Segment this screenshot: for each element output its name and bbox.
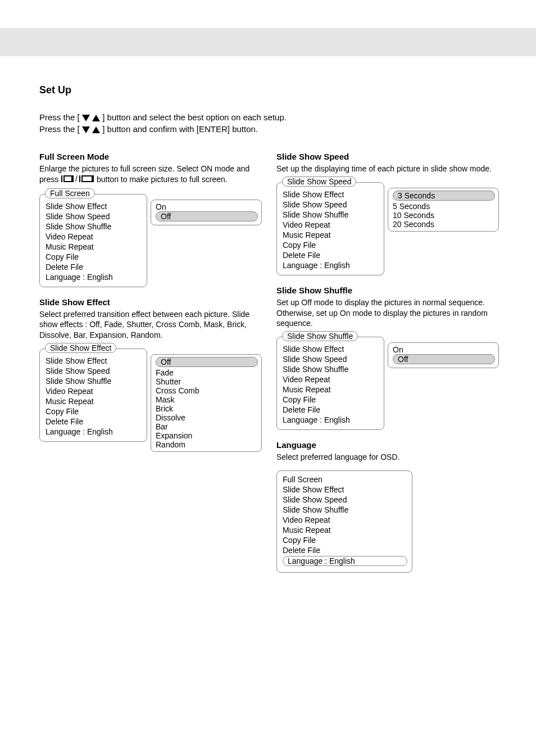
option-5s[interactable]: 5 Seconds (393, 202, 494, 211)
menu-list-wrap: Full Screen Slide Show Effect Slide Show… (39, 194, 147, 287)
menu-item[interactable]: Video Repeat (283, 515, 406, 525)
fullscreen-toggle-icon: / (61, 174, 94, 186)
option-random[interactable]: Random (156, 440, 257, 449)
menu-item[interactable]: Language : English (283, 260, 378, 270)
menu-item[interactable]: Slide Show Shuffle (46, 376, 141, 386)
menu-item[interactable]: Slide Show Speed (46, 366, 141, 376)
option-10s[interactable]: 10 Seconds (393, 211, 494, 220)
option-on[interactable]: On (156, 202, 257, 211)
option-off[interactable]: Off (156, 357, 257, 368)
menu-header-slide-effect: Slide Show Effect (45, 343, 116, 353)
menu-item[interactable]: Video Repeat (283, 374, 378, 384)
menu-item-language-selected[interactable]: Language : English (283, 555, 406, 568)
menu-item[interactable]: Delete File (283, 545, 406, 555)
up-triangle-icon (92, 126, 100, 133)
option-bar[interactable]: Bar (156, 422, 257, 431)
menu-list-wrap: Full Screen Slide Show Effect Slide Show… (276, 470, 412, 573)
section-title: Set Up (39, 84, 497, 96)
menu-item[interactable]: Slide Show Effect (283, 344, 378, 354)
option-3s[interactable]: 3 Seconds (393, 191, 494, 202)
speed-options: 3 Seconds 5 Seconds 10 Seconds 20 Second… (388, 188, 499, 232)
option-on-label: On (393, 345, 403, 354)
full-screen-body-suffix: button to make pictures to full screen. (97, 175, 228, 184)
effect-options: Off Fade Shutter Cross Comb Mask Brick D… (151, 354, 262, 452)
option-fade[interactable]: Fade (156, 368, 257, 377)
menu-item[interactable]: Video Repeat (283, 220, 378, 230)
svg-text:/: / (75, 174, 78, 183)
menu-item[interactable]: Language : English (283, 415, 378, 425)
option-on-label: On (156, 202, 166, 211)
menu-item[interactable]: Slide Show Shuffle (283, 505, 406, 515)
menu-item[interactable]: Slide Show Speed (283, 495, 406, 505)
option-label: 3 Seconds (393, 191, 495, 201)
page: Set Up Press the [ ] button and select t… (0, 0, 536, 756)
menu-item[interactable]: Music Repeat (283, 384, 378, 395)
on-off-options: On Off (388, 342, 499, 368)
option-on[interactable]: On (393, 345, 494, 354)
slide-speed-menu-figure: Slide Show Speed Slide Show Effect Slide… (276, 182, 497, 275)
menu-item[interactable]: Slide Show Shuffle (46, 221, 141, 232)
menu-list-wrap: Slide Show Speed Slide Show Effect Slide… (276, 182, 384, 275)
down-triangle-icon (82, 126, 90, 133)
option-off-label: Off (393, 354, 495, 364)
menu-header-slide-speed: Slide Show Speed (282, 176, 356, 187)
menu-item[interactable]: Slide Show Shuffle (283, 210, 378, 220)
menu-item[interactable]: Slide Show Effect (46, 356, 141, 366)
option-mask[interactable]: Mask (156, 395, 257, 404)
menu-item[interactable]: Music Repeat (46, 242, 141, 252)
option-off[interactable]: Off (156, 211, 257, 223)
menu-item[interactable]: Video Repeat (46, 232, 141, 242)
menu-item[interactable]: Delete File (283, 405, 378, 415)
two-column-layout: Full Screen Mode Enlarge the pictures to… (39, 143, 497, 583)
slide-shuffle-menu-figure: Slide Show Shuffle Slide Show Effect Sli… (276, 337, 497, 430)
menu-list: Slide Show Effect Slide Show Speed Slide… (39, 194, 147, 287)
menu-item[interactable]: Full Screen (283, 474, 406, 485)
slide-speed-body: Set up the displaying time of each pictu… (276, 164, 497, 174)
slide-shuffle-title: Slide Show Shuffle (276, 286, 497, 295)
menu-item[interactable]: Music Repeat (46, 396, 141, 406)
menu-item[interactable]: Delete File (46, 262, 141, 272)
left-column: Full Screen Mode Enlarge the pictures to… (39, 143, 260, 583)
svg-rect-1 (64, 176, 72, 182)
menu-item[interactable]: Music Repeat (283, 525, 406, 535)
option-dissolve[interactable]: Dissolve (156, 413, 257, 422)
menu-item[interactable]: Copy File (46, 406, 141, 417)
menu-header-full-screen: Full Screen (45, 188, 95, 198)
down-triangle-icon (82, 115, 90, 121)
menu-item[interactable]: Music Repeat (283, 230, 378, 240)
slide-shuffle-body: Set up Off mode to display the pictures … (276, 297, 497, 329)
option-cross-comb[interactable]: Cross Comb (156, 386, 257, 395)
option-expansion[interactable]: Expansion (156, 431, 257, 440)
menu-item[interactable]: Copy File (283, 240, 378, 250)
menu-item[interactable]: Delete File (283, 250, 378, 260)
menu-item[interactable]: Copy File (46, 252, 141, 262)
slide-speed-title: Slide Show Speed (276, 152, 497, 161)
menu-item[interactable]: Delete File (46, 417, 141, 427)
menu-item[interactable]: Slide Show Effect (46, 201, 141, 211)
intro-text: Press the [ ] button and select the best… (39, 101, 497, 135)
option-brick[interactable]: Brick (156, 404, 257, 413)
menu-item[interactable]: Slide Show Speed (46, 211, 141, 221)
menu-header-slide-shuffle: Slide Show Shuffle (282, 331, 358, 341)
intro-lines: Press the [ ] button and select the best… (39, 112, 287, 133)
menu-item[interactable]: Slide Show Effect (283, 485, 406, 495)
option-off[interactable]: Off (393, 354, 494, 365)
menu-list: Full Screen Slide Show Effect Slide Show… (276, 470, 412, 573)
menu-list-wrap: Slide Show Effect Slide Show Effect Slid… (39, 348, 147, 442)
option-off-label: Off (156, 211, 258, 221)
option-shutter[interactable]: Shutter (156, 377, 257, 386)
menu-item[interactable]: Language : English (46, 427, 141, 437)
menu-item[interactable]: Slide Show Shuffle (283, 364, 378, 374)
menu-list: Slide Show Effect Slide Show Speed Slide… (276, 182, 384, 275)
menu-item[interactable]: Slide Show Effect (283, 189, 378, 200)
menu-item[interactable]: Video Repeat (46, 386, 141, 396)
menu-item[interactable]: Slide Show Speed (283, 200, 378, 210)
menu-item[interactable]: Copy File (283, 395, 378, 405)
menu-list-wrap: Slide Show Shuffle Slide Show Effect Sli… (276, 337, 384, 430)
menu-item[interactable]: Copy File (283, 535, 406, 545)
option-20s[interactable]: 20 Seconds (393, 220, 494, 229)
menu-item[interactable]: Slide Show Speed (283, 354, 378, 364)
menu-item[interactable]: Language : English (46, 272, 141, 282)
slide-effect-title: Slide Show Effect (39, 297, 260, 307)
up-triangle-icon (92, 115, 100, 121)
